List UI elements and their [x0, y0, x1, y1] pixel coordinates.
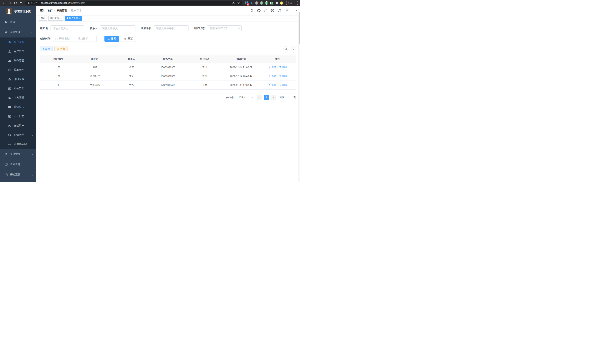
- tab-dept[interactable]: 部门管理 ×: [48, 16, 64, 21]
- fullscreen-icon[interactable]: [271, 9, 275, 13]
- chevron-down-icon: [32, 174, 33, 176]
- plus-icon: +: [43, 47, 44, 50]
- search-button[interactable]: 搜索: [104, 36, 119, 42]
- mobile-label: 联系手机: [141, 27, 151, 30]
- sidebar-item-tenant[interactable]: 租户管理: [0, 37, 36, 47]
- export-button[interactable]: 导出: [54, 46, 67, 51]
- sidebar-item-pay[interactable]: ¥ 支付管理: [0, 149, 36, 159]
- share-icon[interactable]: [232, 2, 235, 4]
- status-select[interactable]: 请选择租户状态: [207, 25, 242, 31]
- browser-reload-icon[interactable]: [13, 0, 18, 5]
- sidebar-item-menu[interactable]: 菜单管理: [0, 65, 36, 75]
- chevron-right-icon: [272, 96, 274, 98]
- window-scrollbar[interactable]: [299, 12, 300, 182]
- page-number-button[interactable]: 1: [264, 95, 269, 100]
- extension-chat-icon[interactable]: [270, 1, 273, 5]
- sidebar-item-devtools[interactable]: 研发工具: [0, 169, 36, 180]
- sidebar-item-system[interactable]: 系统管理: [0, 27, 36, 37]
- browser-back-icon[interactable]: [2, 0, 7, 5]
- edit-button[interactable]: 修改: [268, 75, 276, 78]
- code-icon: </>: [8, 143, 11, 145]
- sidebar-item-dict[interactable]: 字典管理: [0, 93, 36, 103]
- font-size-icon[interactable]: TT: [277, 9, 281, 13]
- chevron-down-icon: [251, 96, 253, 98]
- extension-record-icon[interactable]: [260, 1, 263, 5]
- tab-home[interactable]: 首页: [39, 16, 47, 21]
- sidebar-item-dept[interactable]: 部门管理: [0, 75, 36, 84]
- sidebar-collapse-icon[interactable]: [40, 9, 44, 13]
- menu-tree-icon: [8, 68, 11, 72]
- sidebar-item-error-code[interactable]: </> 错误码管理: [0, 140, 36, 149]
- extension-y-icon[interactable]: Y: [265, 1, 268, 5]
- sidebar-item-post[interactable]: 岗位管理: [0, 84, 36, 93]
- status-text: 关闭: [186, 72, 223, 81]
- refresh-table-button[interactable]: [291, 46, 296, 51]
- filter-mobile: 联系手机: [141, 25, 189, 31]
- goto-page-input[interactable]: [286, 95, 292, 100]
- app-logo-row[interactable]: 芋道管理系统: [0, 6, 36, 17]
- avatar[interactable]: [285, 7, 292, 14]
- refresh-icon: [124, 38, 127, 40]
- sidebar-item-infra[interactable]: 基础设施: [0, 159, 36, 169]
- browser-update-button[interactable]: 更新 ⋮: [286, 1, 298, 5]
- search-icon: [107, 38, 110, 40]
- close-icon[interactable]: ×: [60, 17, 62, 19]
- contact-label: 联系人: [90, 27, 97, 30]
- sidebar-item-sms[interactable]: 短信管理: [0, 130, 36, 140]
- tenant-name-input[interactable]: [50, 25, 84, 31]
- date-end-placeholder: 结束日期: [78, 37, 92, 40]
- avatar-caret-icon[interactable]: ▾: [296, 9, 297, 12]
- toggle-search-button[interactable]: [283, 46, 288, 51]
- sidebar-item-online-user[interactable]: 在线用户: [0, 121, 36, 130]
- date-range-picker[interactable]: 开始日期 - 结束日期: [53, 36, 97, 42]
- pagination-total: 共 3 条: [226, 96, 234, 99]
- not-secure-badge[interactable]: 不安全: [28, 1, 37, 5]
- org-chart-icon: [8, 78, 11, 81]
- delete-button[interactable]: 删除: [279, 75, 287, 78]
- reset-button[interactable]: 重置: [121, 36, 136, 42]
- edit-button[interactable]: 修改: [268, 65, 276, 69]
- browser-home-icon[interactable]: [19, 0, 23, 5]
- header-search-icon[interactable]: [250, 9, 254, 13]
- dictionary-icon: [8, 96, 11, 99]
- breadcrumb-home[interactable]: 首页: [47, 9, 53, 12]
- tab-tenant[interactable]: 租户管理 ×: [65, 16, 82, 21]
- sidebar-item-role[interactable]: 角色管理: [0, 56, 36, 65]
- chevron-down-icon: [238, 27, 240, 29]
- sidebar-item-notice[interactable]: 通知公告: [0, 103, 36, 112]
- add-button[interactable]: + 新增: [40, 46, 53, 51]
- table-row: 1 芋道源码 芋艿 17321315478 开启 2021-01-05 17:0…: [40, 81, 296, 89]
- breadcrumb-system[interactable]: 系统管理: [56, 9, 67, 12]
- close-icon[interactable]: ×: [79, 17, 81, 19]
- next-page-button[interactable]: [271, 95, 276, 100]
- delete-button[interactable]: 删除: [279, 65, 287, 69]
- sidebar-item-audit-log[interactable]: 审计日志: [0, 112, 36, 121]
- github-icon[interactable]: [257, 9, 261, 13]
- shield-icon: [8, 133, 11, 137]
- table-header-row: 租户编号 租户名 联系人 联系手机 租户状态 创建时间 操作: [40, 56, 296, 63]
- contact-input[interactable]: [100, 25, 135, 31]
- browser-menu-icon[interactable]: ⋮: [294, 2, 296, 4]
- help-icon[interactable]: ?: [264, 9, 268, 13]
- delete-button[interactable]: 删除: [279, 83, 287, 87]
- prev-page-button[interactable]: [257, 95, 262, 100]
- extension-puzzle-icon[interactable]: [275, 1, 278, 5]
- extension-emoji-icon[interactable]: [280, 1, 283, 5]
- navbar: 首页 / 系统管理 / 租户管理 ? T: [36, 6, 300, 15]
- browser-forward-icon[interactable]: [7, 0, 12, 5]
- mobile-input[interactable]: [154, 25, 189, 31]
- extension-kite-icon[interactable]: [250, 1, 253, 5]
- edit-button[interactable]: 修改: [268, 83, 276, 87]
- bookmark-star-icon[interactable]: [237, 1, 240, 4]
- page-content: 租户名 联系人 联系手机 租户状态 请选择租户状态: [36, 21, 300, 182]
- toolbox-icon: [4, 173, 8, 177]
- page-size-select[interactable]: 10条/页: [236, 95, 254, 100]
- extension-command-icon[interactable]: ⌘: [255, 1, 258, 5]
- sidebar-item-user[interactable]: 用户管理: [0, 47, 36, 56]
- url-bar[interactable]: 不安全 dashboard.yudao.iocoder.cn/system/te…: [25, 1, 242, 5]
- sidebar-menu: 首页 系统管理 租户管理: [0, 17, 36, 180]
- extension-grid-icon[interactable]: 10: [245, 1, 248, 5]
- sidebar-item-home[interactable]: 首页: [0, 17, 36, 27]
- scrollbar-thumb[interactable]: [299, 12, 300, 44]
- audit-log-icon: [8, 115, 11, 118]
